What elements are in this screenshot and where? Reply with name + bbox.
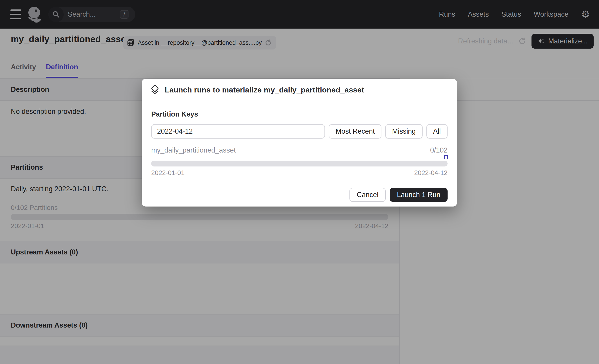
partition-keys-input[interactable] bbox=[151, 124, 325, 139]
dialog-header: Launch runs to materialize my_daily_part… bbox=[142, 79, 457, 101]
all-button[interactable]: All bbox=[426, 124, 448, 139]
cancel-button[interactable]: Cancel bbox=[349, 188, 386, 202]
progress-label-row: my_daily_partitioned_asset 0/102 bbox=[151, 146, 448, 154]
selected-partition-marker-icon bbox=[444, 155, 448, 159]
launch-runs-dialog: Launch runs to materialize my_daily_part… bbox=[142, 79, 457, 207]
app-window: Search... / Runs Assets Status Workspace… bbox=[0, 0, 599, 364]
dialog-range-end: 2022-04-12 bbox=[414, 169, 448, 177]
partition-input-row: Most Recent Missing All bbox=[151, 124, 448, 139]
dialog-range: 2022-01-01 2022-04-12 bbox=[151, 169, 448, 177]
selection-marker-row bbox=[151, 155, 448, 160]
partition-count: 0/102 bbox=[430, 146, 448, 154]
dialog-range-start: 2022-01-01 bbox=[151, 169, 185, 177]
materialization-layers-icon bbox=[151, 85, 160, 95]
launch-run-button[interactable]: Launch 1 Run bbox=[390, 188, 448, 202]
dialog-footer: Cancel Launch 1 Run bbox=[142, 183, 457, 207]
most-recent-button[interactable]: Most Recent bbox=[329, 124, 381, 139]
dialog-health-bar[interactable] bbox=[151, 161, 448, 166]
dialog-title: Launch runs to materialize my_daily_part… bbox=[165, 86, 364, 94]
asset-name-label: my_daily_partitioned_asset bbox=[151, 146, 236, 154]
partition-keys-label: Partition Keys bbox=[151, 110, 448, 118]
missing-button[interactable]: Missing bbox=[385, 124, 422, 139]
dialog-body: Partition Keys Most Recent Missing All m… bbox=[142, 101, 457, 177]
